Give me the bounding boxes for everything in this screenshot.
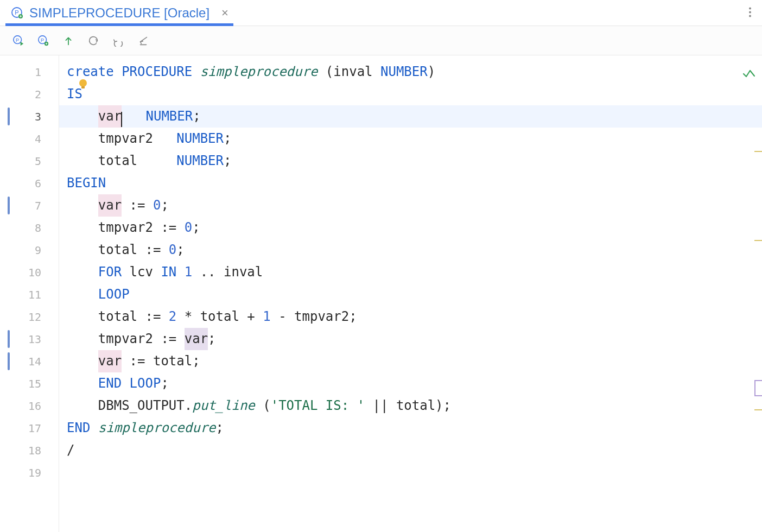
line-number: 12 xyxy=(0,306,59,328)
line-number: 3 xyxy=(0,105,59,128)
line-number: 4 xyxy=(0,128,59,150)
line-number: 14 xyxy=(0,350,59,372)
code-line xyxy=(59,461,762,484)
code-line: / xyxy=(59,439,762,461)
svg-text:P: P xyxy=(41,37,44,42)
code-line: END simpleprocedure; xyxy=(59,417,762,439)
code-line: create PROCEDURE simpleprocedure (inval … xyxy=(59,61,762,83)
procedure-icon: P xyxy=(11,7,24,20)
code-line: LOOP xyxy=(59,283,762,306)
code-line: IS xyxy=(59,83,762,105)
marker[interactable] xyxy=(754,380,762,396)
intention-bulb-icon[interactable] xyxy=(77,78,89,90)
code-line: tmpvar2 := var; xyxy=(59,328,762,350)
svg-point-5 xyxy=(749,15,751,17)
marker[interactable] xyxy=(754,409,762,410)
code-line: var := total; xyxy=(59,350,762,372)
line-number: 15 xyxy=(0,372,59,395)
more-icon[interactable] xyxy=(749,7,751,19)
code-line: total NUMBER; xyxy=(59,150,762,172)
marker[interactable] xyxy=(754,240,762,241)
marker[interactable] xyxy=(754,151,762,152)
code-line: tmpvar2 NUMBER; xyxy=(59,128,762,150)
code-line: END LOOP; xyxy=(59,372,762,395)
close-icon[interactable]: × xyxy=(221,6,228,20)
svg-point-4 xyxy=(749,11,751,13)
editor[interactable]: 1 2 3 4 5 6 7 8 9 10 11 12 13 14 15 16 1… xyxy=(0,55,762,532)
code-line: FOR lcv IN 1 .. inval xyxy=(59,261,762,283)
gutter: 1 2 3 4 5 6 7 8 9 10 11 12 13 14 15 16 1… xyxy=(0,55,59,532)
text-cursor xyxy=(121,112,122,127)
code-line: tmpvar2 := 0; xyxy=(59,217,762,239)
editor-toolbar: P P xyxy=(0,26,762,55)
line-number: 11 xyxy=(0,283,59,306)
line-number: 2 xyxy=(0,83,59,105)
debug-procedure-button[interactable]: P xyxy=(37,34,50,47)
line-number: 19 xyxy=(0,461,59,484)
error-stripe xyxy=(753,110,762,532)
code-line: var NUMBER; xyxy=(59,105,762,128)
tab-active-underline xyxy=(5,23,233,26)
code-line: var := 0; xyxy=(59,194,762,217)
revert-button[interactable] xyxy=(137,34,150,47)
sync-button[interactable] xyxy=(87,34,100,47)
status-ok-icon xyxy=(742,64,755,86)
tab-bar: P SIMPLEPROCEDURE [Oracle] × xyxy=(0,0,762,26)
tab-title: SIMPLEPROCEDURE [Oracle] xyxy=(29,5,209,21)
line-number: 5 xyxy=(0,150,59,172)
svg-point-11 xyxy=(79,79,87,87)
svg-text:P: P xyxy=(15,9,18,16)
svg-rect-12 xyxy=(81,86,85,88)
line-number: 18 xyxy=(0,439,59,461)
line-number: 10 xyxy=(0,261,59,283)
submit-button[interactable] xyxy=(62,34,75,47)
line-number: 6 xyxy=(0,172,59,194)
line-number: 1 xyxy=(0,61,59,83)
run-procedure-button[interactable]: P xyxy=(12,34,25,47)
code-area[interactable]: create PROCEDURE simpleprocedure (inval … xyxy=(59,55,762,532)
svg-text:P: P xyxy=(16,37,19,42)
line-number: 17 xyxy=(0,417,59,439)
line-number: 9 xyxy=(0,239,59,261)
line-number: 13 xyxy=(0,328,59,350)
editor-tab[interactable]: P SIMPLEPROCEDURE [Oracle] × xyxy=(0,0,236,26)
line-number: 16 xyxy=(0,395,59,417)
code-line: DBMS_OUTPUT.put_line ('TOTAL IS: ' || to… xyxy=(59,395,762,417)
rollback-button[interactable] xyxy=(112,34,125,47)
code-line: total := 0; xyxy=(59,239,762,261)
code-line: BEGIN xyxy=(59,172,762,194)
line-number: 8 xyxy=(0,217,59,239)
code-line: total := 2 * total + 1 - tmpvar2; xyxy=(59,306,762,328)
svg-point-3 xyxy=(749,7,751,9)
line-number: 7 xyxy=(0,194,59,217)
